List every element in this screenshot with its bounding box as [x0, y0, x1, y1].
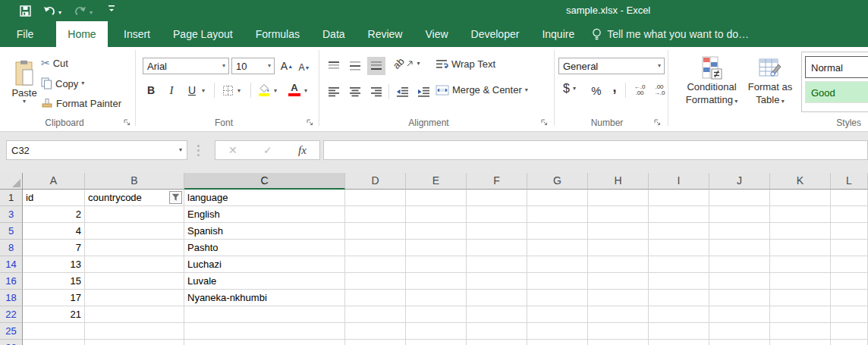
cell-A26[interactable]	[23, 340, 85, 345]
italic-button[interactable]: I	[165, 82, 178, 99]
cell-C26[interactable]	[184, 340, 345, 345]
cell-H1[interactable]	[588, 190, 649, 206]
format-as-table-button[interactable]: Format as Table ▾	[744, 50, 797, 112]
tell-me-box[interactable]: Tell me what you want to do…	[592, 21, 749, 47]
cell-G26[interactable]	[527, 340, 588, 345]
cell-A3[interactable]: 2	[23, 206, 85, 223]
conditional-formatting-dropdown[interactable]: ▾	[733, 98, 737, 105]
formula-input[interactable]	[323, 140, 868, 160]
align-left-button[interactable]	[325, 83, 343, 101]
cell-A14[interactable]: 13	[23, 256, 85, 273]
cancel-icon[interactable]: ✕	[228, 144, 237, 156]
cell-F1[interactable]	[467, 190, 527, 206]
cell-I16[interactable]	[649, 273, 709, 290]
font-color-dropdown[interactable]: ▾	[304, 88, 307, 94]
accounting-format-button[interactable]: $ ▾	[563, 82, 576, 96]
row-header-3[interactable]: 3	[0, 206, 23, 223]
cell-L1[interactable]	[831, 190, 868, 206]
format-as-table-dropdown[interactable]: ▾	[779, 98, 784, 105]
cell-F14[interactable]	[467, 256, 527, 273]
tab-inquire[interactable]: Inquire	[532, 21, 584, 47]
align-center-button[interactable]	[346, 83, 364, 101]
cell-L25[interactable]	[831, 323, 868, 340]
column-header-G[interactable]: G	[527, 173, 588, 190]
cell-C25[interactable]	[184, 323, 345, 340]
cell-I8[interactable]	[649, 240, 709, 256]
cell-F8[interactable]	[467, 240, 527, 256]
cell-L8[interactable]	[831, 240, 868, 256]
cell-F3[interactable]	[467, 206, 527, 223]
comma-style-button[interactable]: ,	[609, 79, 621, 96]
underline-dropdown[interactable]: ▾	[202, 88, 205, 94]
cell-I1[interactable]	[649, 190, 709, 206]
cell-I22[interactable]	[649, 306, 709, 323]
cell-D16[interactable]	[345, 273, 406, 290]
cell-L18[interactable]	[831, 290, 868, 306]
cell-A18[interactable]: 17	[23, 290, 85, 306]
cell-G3[interactable]	[527, 206, 588, 223]
cell-K3[interactable]	[770, 206, 831, 223]
cell-G25[interactable]	[527, 323, 588, 340]
clipboard-dialog-launcher-icon[interactable]	[124, 119, 131, 127]
row-header-14[interactable]: 14	[0, 256, 23, 273]
cell-C5[interactable]: Spanish	[184, 223, 345, 240]
formula-bar-drag-handle[interactable]	[197, 145, 200, 156]
filter-button[interactable]	[169, 191, 182, 204]
column-header-L[interactable]: L	[831, 173, 868, 190]
cell-K25[interactable]	[770, 323, 831, 340]
font-size-select[interactable]: 10▾	[231, 58, 275, 74]
cell-C3[interactable]: English	[184, 206, 345, 223]
cell-G1[interactable]	[527, 190, 588, 206]
cell-C1[interactable]: language	[184, 190, 345, 206]
cell-E8[interactable]	[406, 240, 467, 256]
borders-button[interactable]	[220, 82, 235, 99]
cell-J8[interactable]	[709, 240, 770, 256]
select-all-corner[interactable]	[0, 173, 23, 190]
cell-E5[interactable]	[406, 223, 467, 240]
cell-F16[interactable]	[467, 273, 527, 290]
cell-D1[interactable]	[345, 190, 406, 206]
paste-button[interactable]: Paste ▾	[5, 52, 44, 112]
cell-E16[interactable]	[406, 273, 467, 290]
cell-H22[interactable]	[588, 306, 649, 323]
fill-color-dropdown[interactable]: ▾	[274, 88, 277, 94]
alignment-dialog-launcher-icon[interactable]	[541, 119, 549, 127]
cell-J5[interactable]	[709, 223, 770, 240]
cell-C14[interactable]: Luchazi	[184, 256, 345, 273]
cell-I5[interactable]	[649, 223, 709, 240]
row-header-8[interactable]: 8	[0, 240, 23, 256]
name-box-dropdown[interactable]: ▾	[179, 147, 187, 153]
accounting-dropdown[interactable]: ▾	[573, 86, 576, 92]
number-format-select[interactable]: General▾	[558, 58, 665, 74]
cell-H18[interactable]	[588, 290, 649, 306]
underline-button[interactable]: U	[185, 82, 199, 99]
conditional-formatting-button[interactable]: Conditional Formatting ▾	[683, 50, 741, 112]
cell-A25[interactable]	[23, 323, 85, 340]
cell-I18[interactable]	[649, 290, 709, 306]
tab-developer[interactable]: Developer	[461, 21, 530, 47]
row-header-16[interactable]: 16	[0, 273, 23, 290]
cell-B1[interactable]: countrycode	[85, 190, 184, 206]
paste-dropdown[interactable]: ▾	[23, 99, 26, 105]
cell-E18[interactable]	[406, 290, 467, 306]
cell-H14[interactable]	[588, 256, 649, 273]
cell-J26[interactable]	[709, 340, 770, 345]
column-header-C[interactable]: C	[184, 173, 345, 190]
cell-L5[interactable]	[831, 223, 868, 240]
column-header-H[interactable]: H	[588, 173, 649, 190]
cell-K8[interactable]	[770, 240, 831, 256]
cell-J1[interactable]	[709, 190, 770, 206]
cell-H8[interactable]	[588, 240, 649, 256]
orientation-dropdown[interactable]: ▾	[417, 61, 420, 67]
column-header-A[interactable]: A	[23, 173, 85, 190]
cell-F26[interactable]	[467, 340, 527, 345]
cell-D26[interactable]	[345, 340, 406, 345]
percent-style-button[interactable]: %	[587, 82, 605, 99]
tab-review[interactable]: Review	[358, 21, 413, 47]
cell-A8[interactable]: 7	[23, 240, 85, 256]
cell-A16[interactable]: 15	[23, 273, 85, 290]
font-dialog-launcher-icon[interactable]	[307, 119, 314, 127]
cell-G18[interactable]	[527, 290, 588, 306]
cell-I25[interactable]	[649, 323, 709, 340]
undo-button[interactable]	[42, 5, 56, 17]
